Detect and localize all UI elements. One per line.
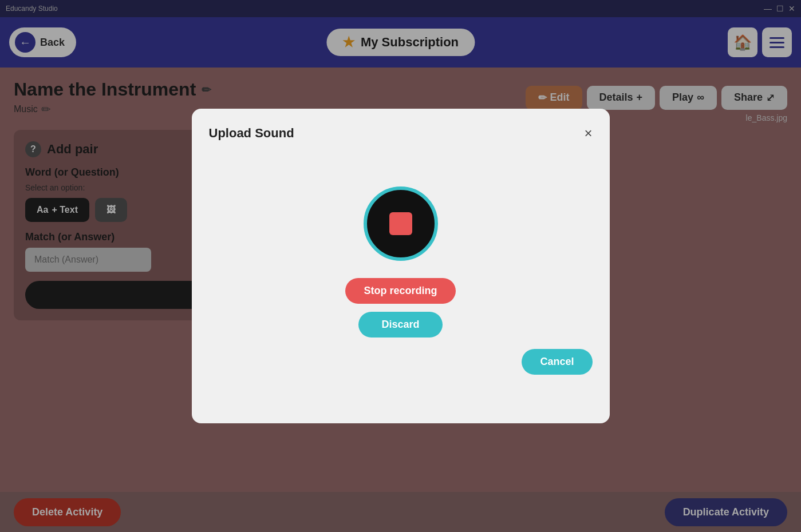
upload-sound-modal: Upload Sound × Stop recording Discard Ca… [192, 109, 610, 423]
modal-header: Upload Sound × [209, 126, 593, 141]
modal-overlay: Upload Sound × Stop recording Discard Ca… [0, 0, 801, 532]
stop-recording-button[interactable]: Stop recording [345, 278, 455, 304]
modal-close-button[interactable]: × [584, 126, 592, 140]
stop-icon [389, 212, 412, 235]
modal-title: Upload Sound [209, 126, 294, 141]
record-button[interactable] [364, 186, 438, 261]
cancel-button[interactable]: Cancel [522, 349, 592, 375]
discard-button[interactable]: Discard [358, 312, 442, 338]
